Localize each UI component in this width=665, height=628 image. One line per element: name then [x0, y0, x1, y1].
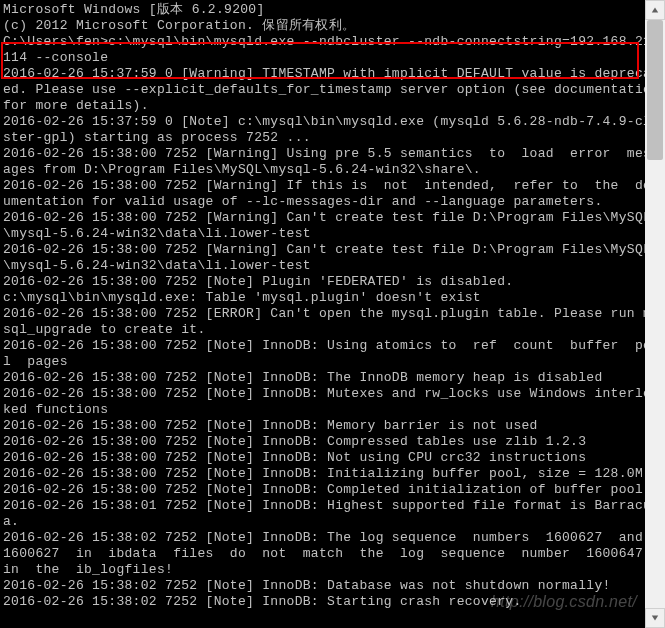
terminal-line: (c) 2012 Microsoft Corporation. 保留所有权利。: [3, 18, 662, 34]
vertical-scrollbar[interactable]: [645, 0, 665, 628]
terminal-line: 2016-02-26 15:38:00 7252 [Warning] Can't…: [3, 210, 662, 242]
terminal-line: 2016-02-26 15:38:02 7252 [Note] InnoDB: …: [3, 530, 662, 578]
chevron-up-icon: [651, 6, 659, 14]
scroll-up-button[interactable]: [645, 0, 665, 20]
terminal-line: 2016-02-26 15:38:00 7252 [Note] InnoDB: …: [3, 386, 662, 418]
terminal-line: 2016-02-26 15:38:00 7252 [ERROR] Can't o…: [3, 306, 662, 338]
svg-marker-1: [652, 616, 658, 621]
terminal-line: 2016-02-26 15:38:00 7252 [Note] InnoDB: …: [3, 466, 662, 482]
terminal-line: 2016-02-26 15:38:00 7252 [Note] Plugin '…: [3, 274, 662, 290]
scroll-down-button[interactable]: [645, 608, 665, 628]
terminal-line: 2016-02-26 15:38:01 7252 [Note] InnoDB: …: [3, 498, 662, 530]
terminal-line: 2016-02-26 15:38:00 7252 [Note] InnoDB: …: [3, 338, 662, 370]
terminal-line: 2016-02-26 15:37:59 0 [Warning] TIMESTAM…: [3, 66, 662, 114]
chevron-down-icon: [651, 614, 659, 622]
terminal-line: 2016-02-26 15:38:00 7252 [Note] InnoDB: …: [3, 418, 662, 434]
terminal-line: 2016-02-26 15:38:00 7252 [Warning] Using…: [3, 146, 662, 178]
terminal-line: 2016-02-26 15:38:00 7252 [Note] InnoDB: …: [3, 434, 662, 450]
terminal-line: 2016-02-26 15:38:00 7252 [Note] InnoDB: …: [3, 482, 662, 498]
terminal-line: 2016-02-26 15:37:59 0 [Note] c:\mysql\bi…: [3, 114, 662, 146]
scroll-thumb[interactable]: [647, 20, 663, 160]
terminal-line: 2016-02-26 15:38:00 7252 [Warning] If th…: [3, 178, 662, 210]
terminal-line: 2016-02-26 15:38:00 7252 [Note] InnoDB: …: [3, 450, 662, 466]
terminal-line: 2016-02-26 15:38:00 7252 [Note] InnoDB: …: [3, 370, 662, 386]
terminal-line: C:\Users\fen>c:\mysql\bin\mysqld.exe --n…: [3, 34, 662, 66]
terminal-line: c:\mysql\bin\mysqld.exe: Table 'mysql.pl…: [3, 290, 662, 306]
terminal-line: 2016-02-26 15:38:02 7252 [Note] InnoDB: …: [3, 578, 662, 594]
terminal-line: Microsoft Windows [版本 6.2.9200]: [3, 2, 662, 18]
terminal-output: Microsoft Windows [版本 6.2.9200](c) 2012 …: [0, 0, 665, 612]
svg-marker-0: [652, 8, 658, 13]
terminal-line: 2016-02-26 15:38:02 7252 [Note] InnoDB: …: [3, 594, 662, 610]
terminal-line: 2016-02-26 15:38:00 7252 [Warning] Can't…: [3, 242, 662, 274]
